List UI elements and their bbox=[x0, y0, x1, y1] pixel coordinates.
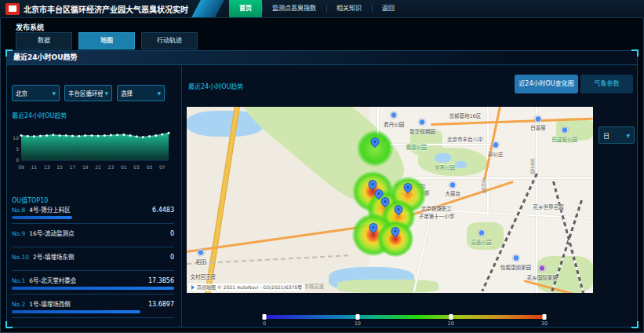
chevron-down-icon: ▼ bbox=[157, 90, 161, 96]
svg-text:5: 5 bbox=[16, 146, 19, 152]
station-name: 6号-北天堂村委会 bbox=[29, 276, 148, 284]
legend-tick-label: 20 bbox=[448, 320, 454, 327]
corner-accent bbox=[5, 321, 13, 328]
amap-logo-icon bbox=[191, 285, 195, 290]
legend-tick-label: 0 bbox=[263, 320, 266, 327]
top-list-row[interactable]: No.9 16号-流动监测点 0 bbox=[12, 229, 174, 247]
ou-color-legend: 0102030 bbox=[264, 315, 544, 328]
map-label: 大葆台 bbox=[446, 189, 461, 197]
rank-label: No.8 bbox=[12, 207, 25, 214]
trend-chart-label: 最近24小时OU趋势 bbox=[12, 111, 67, 119]
station-dropdown-value: 选择 bbox=[121, 89, 133, 97]
map-label: 稻田 bbox=[196, 258, 206, 265]
legend-tick-labels: 0102030 bbox=[264, 320, 544, 328]
nav-tab-home[interactable]: 首页 bbox=[229, 0, 262, 17]
city-dropdown[interactable]: 北京 ▼ bbox=[12, 85, 60, 101]
main-nav: 首页 监测点恶臭指数 相关知识 返回 bbox=[229, 0, 405, 17]
app-logo-icon bbox=[5, 3, 20, 15]
minor-road bbox=[410, 177, 593, 179]
svg-text:05: 05 bbox=[147, 164, 153, 170]
value-bar bbox=[12, 216, 72, 219]
map-attribution: 高德地图 © 2021 AutoNavi - GS(2021)6375号 bbox=[188, 284, 305, 291]
publish-tabs: 数据 地图 行动轨迹 bbox=[16, 32, 198, 49]
svg-text:21: 21 bbox=[95, 164, 101, 170]
top-list-title: OU值TOP10 bbox=[12, 196, 48, 204]
park-pond bbox=[435, 153, 451, 163]
map-label: 子弟第十一小学 bbox=[419, 212, 455, 220]
rank-label: No.10 bbox=[12, 254, 29, 261]
weather-params-button[interactable]: 气象参数 bbox=[580, 75, 633, 93]
map-label: 郭公庄 bbox=[488, 150, 504, 158]
ou-trend-chart: 0510091113151719212301030507 bbox=[9, 121, 176, 177]
top-list-row[interactable]: No.10 2号-填埋场东侧 0 bbox=[12, 252, 174, 271]
tab-map[interactable]: 地图 bbox=[78, 32, 135, 49]
rank-label: No.9 bbox=[12, 230, 25, 237]
rank-label: No.1 bbox=[12, 277, 25, 284]
poi-poi-icon bbox=[419, 119, 426, 126]
top-list-row[interactable]: No.2 1号-填埋场西侧 13.6897 bbox=[12, 299, 174, 318]
metro-poi-icon bbox=[198, 249, 205, 256]
period-dropdown[interactable]: 日 ▼ bbox=[599, 126, 635, 144]
map-label: 高鑫公园 bbox=[471, 238, 492, 246]
chevron-down-icon: ▼ bbox=[52, 90, 56, 96]
ou-value: 6.4483 bbox=[152, 207, 174, 214]
publish-system-label: 发布系统 bbox=[16, 22, 44, 32]
metro-poi-icon bbox=[535, 115, 542, 123]
metro-poi-icon bbox=[492, 141, 499, 148]
top-list-row[interactable]: No.8 4号-筛分上料区 6.4483 bbox=[12, 205, 174, 224]
legend-tick-label: 30 bbox=[541, 320, 548, 327]
ou-change-chart-button[interactable]: 近24小时OU变化图 bbox=[515, 75, 578, 93]
park-pond bbox=[455, 161, 468, 168]
tab-track[interactable]: 行动轨迹 bbox=[141, 32, 198, 49]
svg-text:17: 17 bbox=[70, 164, 76, 170]
map-label: 御康公园 bbox=[406, 143, 427, 151]
top-list-row[interactable]: No.1 6号-北天堂村委会 17.3856 bbox=[12, 276, 174, 295]
district-dropdown[interactable]: 丰台区循环经济产业园 ▼ bbox=[64, 85, 112, 101]
panel-title: 最近24小时OU趋势 bbox=[7, 51, 637, 64]
value-bar bbox=[12, 287, 174, 290]
nav-tab-knowledge[interactable]: 相关知识 bbox=[326, 0, 372, 17]
park-area bbox=[337, 280, 439, 293]
map-label: 贺羊路 bbox=[528, 159, 536, 174]
metro-poi-icon bbox=[449, 181, 457, 188]
map-label: 花乡国际家居 bbox=[527, 273, 558, 281]
svg-text:19: 19 bbox=[82, 164, 89, 170]
legend-marker bbox=[543, 314, 547, 320]
park-poi-icon bbox=[478, 229, 485, 236]
svg-text:13: 13 bbox=[44, 164, 50, 170]
station-name: 4号-筛分上料区 bbox=[29, 205, 152, 214]
svg-text:01: 01 bbox=[121, 164, 127, 170]
legend-marker bbox=[263, 314, 267, 320]
station-dropdown[interactable]: 选择 ▼ bbox=[117, 85, 165, 101]
header-slant-decoration bbox=[191, 0, 224, 17]
svg-text:03: 03 bbox=[133, 164, 140, 170]
map-label: 看丹公园 bbox=[384, 120, 404, 128]
ou-top-list: No.8 4号-筛分上料区 6.4483 No.9 16号-流动监测点 0 No… bbox=[12, 205, 174, 323]
legend-marker bbox=[355, 314, 359, 320]
map-label: 白盆窑 bbox=[530, 123, 546, 131]
map-label: 总部基地16区 bbox=[449, 112, 481, 119]
poi-poi-icon bbox=[512, 254, 519, 262]
ou-value: 13.6897 bbox=[148, 301, 174, 308]
minor-road bbox=[536, 107, 537, 293]
tab-data[interactable]: 数据 bbox=[16, 32, 72, 49]
map-label: 新华双拥园 bbox=[409, 127, 435, 135]
svg-text:07: 07 bbox=[159, 164, 166, 170]
app-title: 北京市丰台区循环经济产业园大气恶臭状况实时 bbox=[24, 3, 188, 15]
heatmap-map[interactable]: 高德地图 © 2021 AutoNavi - GS(2021)6375号 看丹公… bbox=[187, 107, 593, 293]
ou-value: 17.3856 bbox=[148, 277, 174, 284]
nav-tab-back[interactable]: 返回 bbox=[372, 0, 405, 17]
ou-value: 0 bbox=[170, 254, 174, 261]
legend-tick-label: 10 bbox=[355, 320, 361, 327]
nav-tab-odor-index[interactable]: 监测点恶臭指数 bbox=[262, 0, 326, 17]
legend-gradient-bar bbox=[264, 315, 544, 319]
main-panel: 最近24小时OU趋势 北京 ▼ 丰台区循环经济产业园 ▼ 选择 ▼ 最近24小时… bbox=[6, 50, 638, 328]
map-label: 世界公园 bbox=[435, 163, 455, 171]
map-label: 文村回王房 bbox=[190, 273, 216, 280]
map-label: 花乡世界名园 bbox=[533, 203, 564, 210]
svg-text:0: 0 bbox=[16, 157, 19, 163]
svg-text:23: 23 bbox=[108, 164, 115, 170]
station-name: 16号-流动监测点 bbox=[29, 229, 170, 237]
map-label: 北京市丰台八中 bbox=[447, 135, 483, 143]
svg-text:15: 15 bbox=[56, 164, 63, 170]
